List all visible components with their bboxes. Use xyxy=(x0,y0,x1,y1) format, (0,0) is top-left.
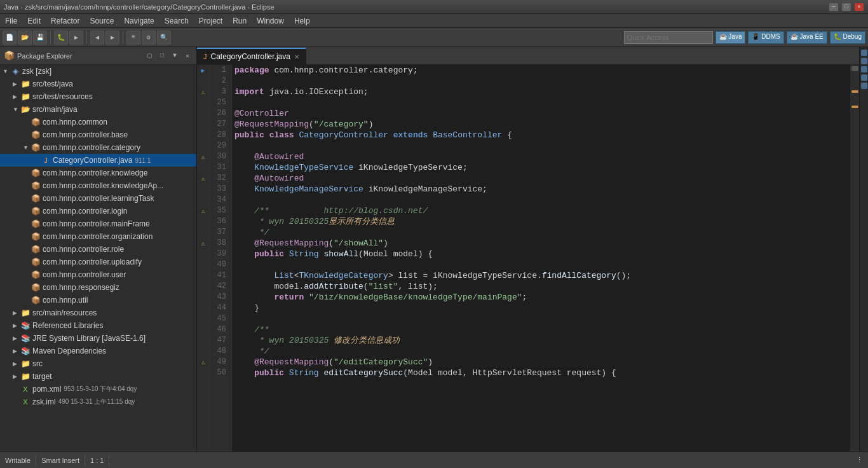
tree-item-pkg-knowledgeap[interactable]: 📦 com.hnnp.controller.knowledgeAp... xyxy=(0,179,196,192)
minimize-button[interactable]: ─ xyxy=(829,3,839,11)
tree-item-pkg-util[interactable]: 📦 com.hnnp.util xyxy=(0,294,196,306)
menu-refactor[interactable]: Refactor xyxy=(46,14,85,27)
warning-icon: ⚠ xyxy=(201,175,205,182)
line-num-36: 36 xyxy=(210,216,229,227)
tree-item-zsk-iml[interactable]: X zsk.iml 490 15-3-31 上午11:15 dqy xyxy=(0,396,196,408)
tree-item-pkg-role[interactable]: 📦 com.hnnp.controller.role xyxy=(0,243,196,256)
tree-item-pkg-controller-base[interactable]: 📦 com.hnnp.controller.base xyxy=(0,128,196,141)
toolbar-extra-2[interactable]: ⚙ xyxy=(142,31,156,45)
overview-warn-marker-2 xyxy=(851,106,858,108)
maximize-button[interactable]: □ xyxy=(841,3,851,11)
marker-50 xyxy=(197,368,209,378)
expand-arrow: ▶ xyxy=(13,335,20,341)
tree-item-src[interactable]: ▶ 📁 src xyxy=(0,357,196,370)
menu-help[interactable]: Help xyxy=(289,14,315,27)
marker-47 xyxy=(197,335,209,346)
code-line-44: } xyxy=(232,303,850,313)
debug-button[interactable]: 🐛 xyxy=(54,31,68,45)
code-editor[interactable]: package com.hnnp.controller.category; im… xyxy=(232,65,850,451)
tree-item-project[interactable]: ▼ ◈ zsk [zsk] xyxy=(0,65,196,78)
tree-item-maven-deps[interactable]: ▶ 📚 Maven Dependencies xyxy=(0,345,196,357)
menu-source[interactable]: Source xyxy=(85,14,119,27)
tree-item-src-test-resources[interactable]: ▶ 📁 src/test/resources xyxy=(0,90,196,103)
tree-item-pkg-responsegiz[interactable]: 📦 com.hnnp.responsegiz xyxy=(0,281,196,294)
code-line-42: model.addAttribute("list", list); xyxy=(232,281,850,292)
marker-37 xyxy=(197,227,209,238)
perspective-debug[interactable]: 🐛 Debug xyxy=(830,31,865,44)
file-badge: 953 15-9-10 下午4:04 dqy xyxy=(64,385,137,394)
line-num-47: 47 xyxy=(210,335,229,346)
minimize-panel-button[interactable]: ⬡ xyxy=(144,51,154,61)
tree-item-pkg-knowledge[interactable]: 📦 com.hnnp.controller.knowledge xyxy=(0,167,196,179)
main-layout: 📦 Package Explorer ⬡ □ ▼ ✕ ▼ ◈ zsk [zsk]… xyxy=(0,47,868,451)
tree-item-pom-xml[interactable]: X pom.xml 953 15-9-10 下午4:04 dqy xyxy=(0,383,196,396)
right-panel-btn-5[interactable] xyxy=(861,83,867,89)
folder-icon: 📁 xyxy=(20,359,31,369)
editor-tab-category-controller[interactable]: J CategoryController.java ✕ xyxy=(197,48,306,64)
tree-item-src-main-java[interactable]: ▼ 📂 src/main/java xyxy=(0,103,196,116)
package-label: com.hnnp.controller.knowledgeAp... xyxy=(43,181,163,190)
library-icon: 📚 xyxy=(20,320,31,331)
status-icon-btn[interactable]: ⋮ xyxy=(856,456,863,464)
tree-item-src-main-resources[interactable]: ▶ 📁 src/main/resources xyxy=(0,306,196,319)
run-button[interactable]: ▶ xyxy=(69,31,83,45)
back-button[interactable]: ◀ xyxy=(90,31,104,45)
new-button[interactable]: 📄 xyxy=(3,31,17,45)
close-panel-button[interactable]: ✕ xyxy=(182,51,193,61)
perspective-java[interactable]: ☕ Java xyxy=(715,31,746,44)
marker-2 xyxy=(197,76,209,86)
menu-run[interactable]: Run xyxy=(227,14,252,27)
open-button[interactable]: 📂 xyxy=(18,31,32,45)
forward-button[interactable]: ▶ xyxy=(105,31,119,45)
right-panel-btn-3[interactable] xyxy=(861,66,867,72)
right-panel-btn-1[interactable] xyxy=(861,50,867,56)
marker-42 xyxy=(197,281,209,292)
close-button[interactable]: ✕ xyxy=(854,3,864,11)
tree-item-pkg-learningtask[interactable]: 📦 com.hnnp.controller.learningTask xyxy=(0,192,196,205)
tree-item-category-controller[interactable]: J CategoryController.java 911 1 xyxy=(0,154,196,167)
right-panel-btn-2[interactable] xyxy=(861,58,867,64)
right-panel-btn-4[interactable] xyxy=(861,74,867,81)
package-label: com.hnnp.util xyxy=(43,296,88,305)
tree-item-pkg-user[interactable]: 📦 com.hnnp.controller.user xyxy=(0,268,196,281)
package-label: com.hnnp.controller.mainFrame xyxy=(43,219,150,228)
toolbar-extra-3[interactable]: 🔍 xyxy=(157,31,171,45)
line-num-48: 48 xyxy=(210,346,229,357)
maximize-panel-button[interactable]: □ xyxy=(157,51,167,61)
xml-file-icon: X xyxy=(20,384,31,394)
tree-item-pkg-common[interactable]: 📦 com.hnnp.common xyxy=(0,116,196,128)
view-menu-button[interactable]: ▼ xyxy=(170,51,180,61)
tab-close-button[interactable]: ✕ xyxy=(294,53,299,60)
menu-project[interactable]: Project xyxy=(194,14,227,27)
tree-item-ref-libraries[interactable]: ▶ 📚 Referenced Libraries xyxy=(0,319,196,332)
code-line-32: @Autowired xyxy=(232,173,850,184)
expand-arrow: ▶ xyxy=(13,322,20,329)
menu-search[interactable]: Search xyxy=(159,14,194,27)
perspective-javaee[interactable]: ☕ Java EE xyxy=(787,31,827,44)
tree-item-pkg-login[interactable]: 📦 com.hnnp.controller.login xyxy=(0,205,196,217)
quick-access-input[interactable] xyxy=(624,31,713,44)
package-label: com.hnnp.controller.base xyxy=(43,130,128,139)
status-insert-mode: Smart Insert xyxy=(41,457,79,464)
menu-edit[interactable]: Edit xyxy=(22,14,46,27)
package-label: com.hnnp.controller.login xyxy=(43,207,127,216)
tree-item-target[interactable]: ▶ 📁 target xyxy=(0,370,196,383)
tree-item-pkg-organization[interactable]: 📦 com.hnnp.controller.organization xyxy=(0,230,196,243)
tree-item-pkg-mainframe[interactable]: 📦 com.hnnp.controller.mainFrame xyxy=(0,217,196,230)
toolbar-extra-1[interactable]: ≡ xyxy=(126,31,140,45)
tree-item-pkg-uploadify[interactable]: 📦 com.hnnp.controller.uploadify xyxy=(0,256,196,268)
package-icon: 📦 xyxy=(31,244,41,254)
menu-file[interactable]: File xyxy=(0,14,22,27)
marker-31 xyxy=(197,162,209,173)
menu-navigate[interactable]: Navigate xyxy=(119,14,159,27)
folder-label: target xyxy=(32,372,52,381)
tree-item-src-test-java[interactable]: ▶ 📁 src/test/java xyxy=(0,78,196,90)
tree-item-jre-library[interactable]: ▶ 📚 JRE System Library [JavaSE-1.6] xyxy=(0,332,196,345)
line-num-32: 32 xyxy=(210,173,229,184)
tree-item-pkg-controller-category[interactable]: ▼ 📦 com.hnnp.controller.category xyxy=(0,141,196,154)
editor-tabs: J CategoryController.java ✕ xyxy=(197,47,859,65)
menu-window[interactable]: Window xyxy=(252,14,289,27)
perspective-ddms[interactable]: 📱 DDMS xyxy=(748,31,783,44)
package-label: com.hnnp.controller.category xyxy=(43,143,140,152)
save-button[interactable]: 💾 xyxy=(33,31,47,45)
